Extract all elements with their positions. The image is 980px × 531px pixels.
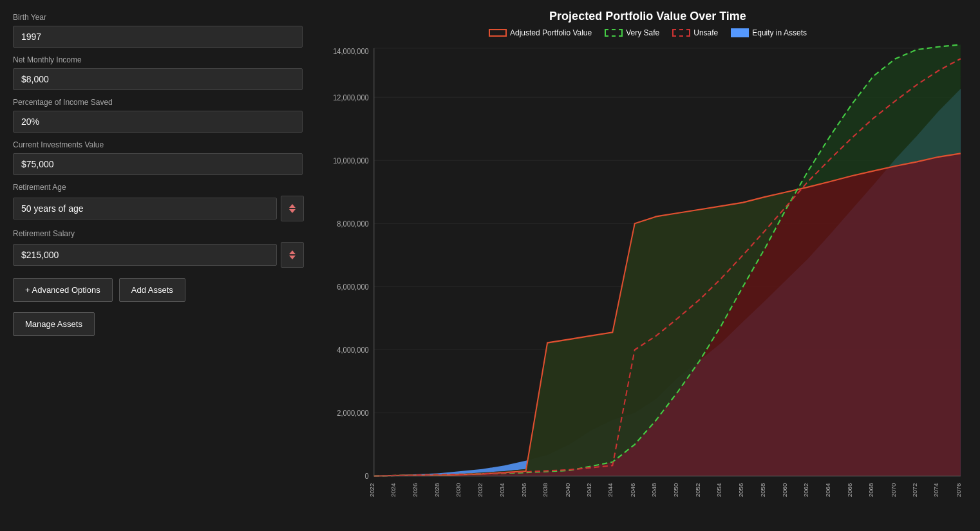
pct-saved-label: Percentage of Income Saved xyxy=(13,98,309,107)
investments-input[interactable] xyxy=(13,153,303,175)
svg-text:2024: 2024 xyxy=(390,483,397,498)
legend-very-safe-label: Very Safe xyxy=(626,28,659,37)
svg-text:2040: 2040 xyxy=(564,483,571,498)
retirement-age-input[interactable] xyxy=(13,198,277,219)
net-income-input[interactable] xyxy=(13,68,303,90)
net-income-label: Net Monthly Income xyxy=(13,55,309,64)
svg-text:2058: 2058 xyxy=(760,483,767,498)
legend-adjusted-portfolio-label: Adjusted Portfolio Value xyxy=(510,28,592,37)
svg-text:2052: 2052 xyxy=(694,483,701,498)
svg-text:2050: 2050 xyxy=(672,483,679,498)
retirement-salary-label: Retirement Salary xyxy=(13,229,309,238)
legend-adjusted-portfolio: Adjusted Portfolio Value xyxy=(489,28,592,37)
svg-text:2032: 2032 xyxy=(476,483,484,498)
action-buttons-row: + Advanced Options Add Assets xyxy=(13,278,309,302)
retirement-age-group: Retirement Age xyxy=(13,183,309,221)
svg-text:2048: 2048 xyxy=(650,483,657,498)
svg-text:2044: 2044 xyxy=(607,483,614,498)
svg-text:12,000,000: 12,000,000 xyxy=(333,93,369,101)
pct-saved-group: Percentage of Income Saved xyxy=(13,98,309,133)
legend-unsafe-label: Unsafe xyxy=(693,28,718,37)
legend-unsafe: Unsafe xyxy=(672,28,718,37)
svg-text:2022: 2022 xyxy=(368,483,375,498)
portfolio-chart: 0 2,000,000 4,000,000 6,000,000 8,000,00… xyxy=(328,41,967,518)
add-assets-button[interactable]: Add Assets xyxy=(119,278,185,302)
svg-text:2076: 2076 xyxy=(955,483,962,498)
svg-text:4,000,000: 4,000,000 xyxy=(337,346,368,353)
retirement-age-label: Retirement Age xyxy=(13,183,309,192)
investments-group: Current Investments Value xyxy=(13,140,309,175)
pct-saved-input[interactable] xyxy=(13,111,303,133)
svg-text:2046: 2046 xyxy=(629,483,636,498)
svg-text:2034: 2034 xyxy=(499,483,506,498)
legend-equity-label: Equity in Assets xyxy=(752,28,807,37)
svg-text:8,000,000: 8,000,000 xyxy=(337,219,368,227)
svg-text:2060: 2060 xyxy=(781,483,788,498)
retirement-salary-spinner[interactable] xyxy=(281,242,304,268)
retirement-age-spinner[interactable] xyxy=(281,196,304,221)
svg-text:2072: 2072 xyxy=(911,483,918,498)
chart-container: 0 2,000,000 4,000,000 6,000,000 8,000,00… xyxy=(328,41,967,518)
birth-year-input[interactable] xyxy=(13,26,303,48)
svg-text:2074: 2074 xyxy=(933,483,940,498)
retirement-age-up-icon xyxy=(289,204,296,208)
svg-text:2064: 2064 xyxy=(825,483,832,498)
svg-text:2066: 2066 xyxy=(846,483,853,498)
svg-text:2028: 2028 xyxy=(433,483,440,498)
legend-very-safe-icon xyxy=(605,29,623,37)
svg-text:2030: 2030 xyxy=(455,483,462,498)
legend-adjusted-portfolio-icon xyxy=(489,29,507,37)
svg-text:6,000,000: 6,000,000 xyxy=(337,283,368,290)
svg-text:2,000,000: 2,000,000 xyxy=(337,409,368,417)
legend-equity-icon xyxy=(731,28,749,37)
legend-equity: Equity in Assets xyxy=(731,28,807,37)
svg-text:0: 0 xyxy=(365,472,369,480)
birth-year-label: Birth Year xyxy=(13,13,309,22)
manage-assets-button[interactable]: Manage Assets xyxy=(13,312,95,336)
advanced-options-button[interactable]: + Advanced Options xyxy=(13,278,113,302)
svg-text:2068: 2068 xyxy=(868,483,875,498)
svg-text:2054: 2054 xyxy=(716,483,723,498)
svg-text:14,000,000: 14,000,000 xyxy=(333,47,369,55)
manage-assets-row: Manage Assets xyxy=(13,310,309,336)
svg-text:2026: 2026 xyxy=(411,483,419,498)
chart-title: Projected Portfolio Value Over Time xyxy=(328,10,967,23)
svg-text:2036: 2036 xyxy=(520,483,527,498)
svg-text:10,000,000: 10,000,000 xyxy=(333,156,369,164)
retirement-age-row xyxy=(13,196,309,221)
retirement-salary-up-icon xyxy=(289,250,296,254)
retirement-salary-group: Retirement Salary xyxy=(13,229,309,268)
svg-text:2062: 2062 xyxy=(802,483,809,498)
birth-year-group: Birth Year xyxy=(13,13,309,48)
legend-unsafe-icon xyxy=(672,29,690,37)
svg-text:2038: 2038 xyxy=(542,483,549,498)
retirement-age-down-icon xyxy=(289,209,296,213)
retirement-salary-row xyxy=(13,242,309,268)
legend-very-safe: Very Safe xyxy=(605,28,659,37)
investments-label: Current Investments Value xyxy=(13,140,309,149)
right-panel: Projected Portfolio Value Over Time Adju… xyxy=(322,0,980,531)
chart-legend: Adjusted Portfolio Value Very Safe Unsaf… xyxy=(328,28,967,37)
left-panel: Birth Year Net Monthly Income Percentage… xyxy=(0,0,322,531)
svg-text:2070: 2070 xyxy=(890,483,897,498)
retirement-salary-down-icon xyxy=(289,256,296,259)
svg-text:2042: 2042 xyxy=(585,483,592,498)
net-income-group: Net Monthly Income xyxy=(13,55,309,90)
retirement-salary-input[interactable] xyxy=(13,244,277,266)
svg-text:2056: 2056 xyxy=(737,483,744,498)
